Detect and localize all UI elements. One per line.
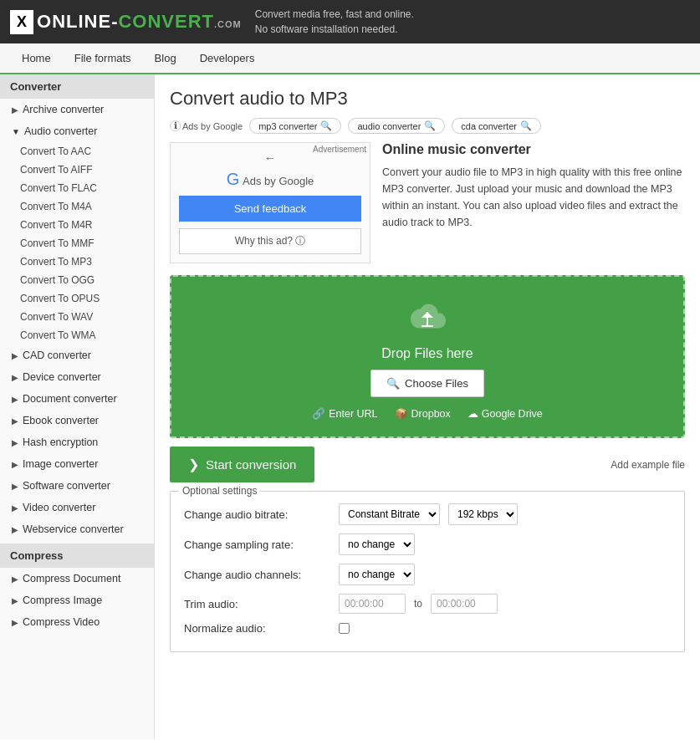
ad-desc-area: Advertisement ← G Ads by Google Send fee…	[170, 142, 685, 263]
description-text: Convert your audio file to MP3 in high q…	[382, 164, 685, 231]
setting-row-sampling: Change sampling rate: no change 8000 Hz …	[184, 533, 671, 555]
sidebar-item-document-converter[interactable]: ▶ Document converter	[0, 388, 154, 410]
search-icon: 🔍	[424, 120, 436, 131]
nav-bar: Home File formats Blog Developers	[0, 43, 700, 74]
sidebar-sub-convert-flac[interactable]: Convert To FLAC	[0, 179, 154, 197]
compress-section: Compress ▶ Compress Document ▶ Compress …	[0, 544, 154, 633]
nav-home[interactable]: Home	[10, 43, 63, 73]
arrow-icon: ▶	[12, 351, 18, 360]
sidebar-sub-convert-m4a[interactable]: Convert To M4A	[0, 197, 154, 216]
arrow-icon: ▶	[12, 503, 18, 513]
sidebar-item-webservice-converter[interactable]: ▶ Webservice converter	[0, 518, 154, 540]
upload-cloud-icon	[188, 300, 667, 341]
tagline: Convert media free, fast and online. No …	[255, 7, 414, 37]
google-drive-link[interactable]: ☁ Google Drive	[468, 407, 543, 420]
svg-rect-2	[422, 325, 433, 327]
content-area: Convert audio to MP3 ℹ Ads by Google mp3…	[155, 74, 700, 739]
ad-chip-mp3[interactable]: mp3 converter 🔍	[249, 118, 341, 134]
action-row: ❯ Start conversion Add example file	[170, 447, 685, 482]
trim-from-input[interactable]	[339, 594, 406, 614]
sampling-label: Change sampling rate:	[184, 538, 330, 551]
sidebar-item-cad-converter[interactable]: ▶ CAD converter	[0, 344, 154, 366]
choose-files-button[interactable]: 🔍 Choose Files	[370, 370, 484, 397]
sidebar-sub-convert-opus[interactable]: Convert To OPUS	[0, 289, 154, 308]
arrow-icon: ▶	[12, 574, 18, 584]
nav-developers[interactable]: Developers	[188, 43, 267, 73]
trim-to-input[interactable]	[431, 594, 498, 614]
upload-area[interactable]: Drop Files here 🔍 Choose Files 🔗 Enter U…	[170, 275, 685, 438]
sampling-select[interactable]: no change 8000 Hz 16000 Hz 22050 Hz 4410…	[339, 533, 415, 555]
setting-row-normalize: Normalize audio:	[184, 622, 671, 635]
sidebar-item-video-converter[interactable]: ▶ Video converter	[0, 497, 154, 518]
sidebar-sub-convert-wav[interactable]: Convert To WAV	[0, 308, 154, 326]
normalize-checkbox[interactable]	[339, 623, 350, 634]
sidebar-item-ebook-converter[interactable]: ▶ Ebook converter	[0, 410, 154, 431]
channels-select[interactable]: no change mono stereo	[339, 564, 415, 585]
bitrate-label: Change audio bitrate:	[184, 508, 330, 521]
arrow-icon: ▶	[12, 596, 18, 605]
sidebar-sub-convert-ogg[interactable]: Convert To OGG	[0, 271, 154, 289]
ad-advertisement-label: Advertisement	[313, 145, 366, 154]
trim-to-label: to	[414, 598, 422, 610]
channels-label: Change audio channels:	[184, 569, 330, 581]
sidebar-sub-convert-mp3[interactable]: Convert To MP3	[0, 253, 154, 271]
optional-settings-panel: Optional settings Change audio bitrate: …	[170, 491, 685, 652]
arrow-expanded-icon: ▼	[12, 127, 20, 136]
start-conversion-button[interactable]: ❯ Start conversion	[170, 447, 314, 482]
sidebar-sub-convert-aiff[interactable]: Convert To AIFF	[0, 161, 154, 179]
ads-by-google-box: G Ads by Google	[179, 170, 361, 189]
enter-url-link[interactable]: 🔗 Enter URL	[312, 407, 377, 420]
arrow-icon: ▶	[12, 438, 18, 447]
sidebar-converter-title: Converter	[0, 74, 154, 99]
setting-row-bitrate: Change audio bitrate: Constant Bitrate V…	[184, 503, 671, 525]
search-magnify-icon: 🔍	[386, 377, 400, 390]
nav-file-formats[interactable]: File formats	[63, 43, 143, 73]
sidebar-item-archive-converter[interactable]: ▶ Archive converter	[0, 99, 154, 120]
setting-row-channels: Change audio channels: no change mono st…	[184, 564, 671, 585]
send-feedback-button[interactable]: Send feedback	[179, 196, 361, 222]
link-icon: 🔗	[312, 407, 325, 420]
nav-blog[interactable]: Blog	[143, 43, 188, 73]
dropbox-icon: 📦	[395, 407, 408, 420]
ad-bar: ℹ Ads by Google mp3 converter 🔍 audio co…	[170, 118, 685, 134]
chevron-right-icon: ❯	[188, 457, 199, 472]
arrow-icon: ▶	[12, 618, 18, 627]
arrow-icon: ▶	[12, 525, 18, 534]
search-icon: 🔍	[520, 120, 532, 131]
sidebar-sub-convert-wma[interactable]: Convert To WMA	[0, 326, 154, 344]
setting-row-trim: Trim audio: to	[184, 594, 671, 614]
sidebar-item-device-converter[interactable]: ▶ Device converter	[0, 366, 154, 388]
arrow-icon: ▶	[12, 373, 18, 382]
sidebar-item-compress-document[interactable]: ▶ Compress Document	[0, 568, 154, 589]
dropbox-link[interactable]: 📦 Dropbox	[395, 407, 451, 420]
bitrate-type-select[interactable]: Constant Bitrate Variable Bitrate	[339, 503, 440, 525]
description-title: Online music converter	[382, 142, 685, 157]
arrow-icon: ▶	[12, 395, 18, 404]
sidebar-sub-convert-mmf[interactable]: Convert To MMF	[0, 234, 154, 253]
search-icon: 🔍	[320, 120, 332, 131]
arrow-icon: ▶	[12, 460, 18, 469]
add-example-link[interactable]: Add example file	[611, 459, 685, 471]
sidebar: Converter ▶ Archive converter ▼ Audio co…	[0, 74, 155, 739]
ad-chip-audio[interactable]: audio converter 🔍	[348, 118, 445, 134]
normalize-label: Normalize audio:	[184, 622, 330, 635]
ad-box: Advertisement ← G Ads by Google Send fee…	[170, 142, 370, 263]
description-box: Online music converter Convert your audi…	[382, 142, 685, 263]
arrow-icon: ▶	[12, 105, 18, 115]
sidebar-item-software-converter[interactable]: ▶ Software converter	[0, 475, 154, 497]
ads-by-google-label: ℹ Ads by Google	[170, 120, 243, 131]
sidebar-sub-convert-aac[interactable]: Convert To AAC	[0, 142, 154, 161]
ad-chip-cda[interactable]: cda converter 🔍	[452, 118, 541, 134]
drive-icon: ☁	[468, 407, 478, 420]
sidebar-item-compress-image[interactable]: ▶ Compress Image	[0, 589, 154, 611]
logo-text: ONLINE-CONVERT.COM	[37, 11, 242, 33]
page-title: Convert audio to MP3	[170, 88, 685, 110]
sidebar-item-audio-converter[interactable]: ▼ Audio converter	[0, 120, 154, 142]
bitrate-value-select[interactable]: 192 kbps 128 kbps 256 kbps 320 kbps	[448, 503, 518, 525]
logo: X ONLINE-CONVERT.COM	[10, 10, 242, 34]
sidebar-item-compress-video[interactable]: ▶ Compress Video	[0, 611, 154, 633]
why-this-ad-button[interactable]: Why this ad? ⓘ	[179, 228, 361, 254]
sidebar-item-hash-encryption[interactable]: ▶ Hash encryption	[0, 431, 154, 453]
sidebar-item-image-converter[interactable]: ▶ Image converter	[0, 453, 154, 475]
sidebar-sub-convert-m4r[interactable]: Convert To M4R	[0, 216, 154, 234]
